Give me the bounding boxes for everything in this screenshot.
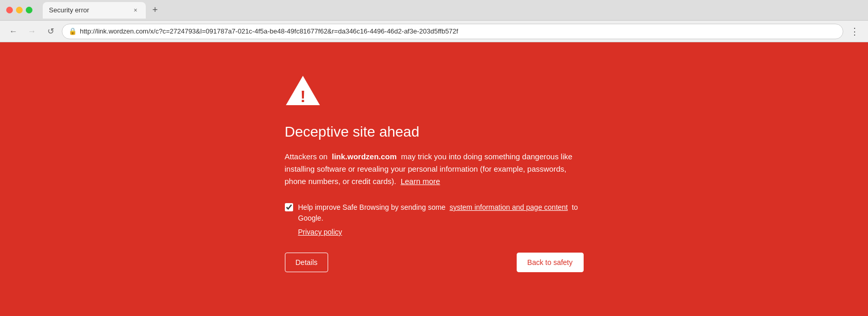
warning-triangle-icon: ! <box>285 73 321 109</box>
warning-icon: ! <box>285 73 584 111</box>
minimize-button-traffic-light[interactable] <box>16 7 23 13</box>
svg-text:!: ! <box>300 87 305 106</box>
system-info-link[interactable]: system information and page content <box>450 203 568 211</box>
back-to-safety-button[interactable]: Back to safety <box>517 253 584 272</box>
url-text: http://link.wordzen.com/x/c?c=2724793&l=… <box>80 27 837 35</box>
checkbox-text-before: Help improve Safe Browsing by sending so… <box>298 203 446 211</box>
browser-tab[interactable]: Security error × <box>43 2 146 19</box>
privacy-policy-link[interactable]: Privacy policy <box>298 228 584 236</box>
title-bar: Security error × + <box>0 0 868 21</box>
safe-browsing-checkbox-row: Help improve Safe Browsing by sending so… <box>285 202 584 224</box>
body-text-before: Attackers on <box>285 152 328 161</box>
maximize-button-traffic-light[interactable] <box>26 7 32 13</box>
learn-more-link[interactable]: Learn more <box>401 177 440 186</box>
browser-frame: Security error × + ← → ↺ 🔒 http://link.w… <box>0 0 868 316</box>
tab-close-button[interactable]: × <box>131 6 140 14</box>
tab-bar: Security error × + <box>43 2 862 19</box>
page-content: ! Deceptive site ahead Attackers on link… <box>0 42 868 316</box>
nav-bar: ← → ↺ 🔒 http://link.wordzen.com/x/c?c=27… <box>0 21 868 42</box>
checkbox-label: Help improve Safe Browsing by sending so… <box>298 202 584 224</box>
close-button-traffic-light[interactable] <box>6 7 13 13</box>
tab-title: Security error <box>49 6 127 14</box>
forward-icon: → <box>28 27 36 36</box>
new-tab-button[interactable]: + <box>148 3 162 18</box>
details-button[interactable]: Details <box>285 253 329 272</box>
warning-title: Deceptive site ahead <box>285 124 584 140</box>
reload-button[interactable]: ↺ <box>43 24 58 39</box>
back-icon: ← <box>9 27 18 36</box>
safe-browsing-checkbox[interactable] <box>285 203 293 211</box>
warning-container: ! Deceptive site ahead Attackers on link… <box>285 73 584 272</box>
address-bar[interactable]: 🔒 http://link.wordzen.com/x/c?c=2724793&… <box>62 24 843 39</box>
domain-text: link.wordzen.com <box>332 152 397 161</box>
traffic-lights <box>6 7 32 13</box>
back-button[interactable]: ← <box>6 24 21 39</box>
warning-body: Attackers on link.wordzen.com may trick … <box>285 151 584 188</box>
button-row: Details Back to safety <box>285 253 584 272</box>
security-icon: 🔒 <box>69 27 77 35</box>
browser-menu-button[interactable]: ⋮ <box>847 24 862 39</box>
reload-icon: ↺ <box>47 26 54 36</box>
forward-button[interactable]: → <box>25 24 39 39</box>
